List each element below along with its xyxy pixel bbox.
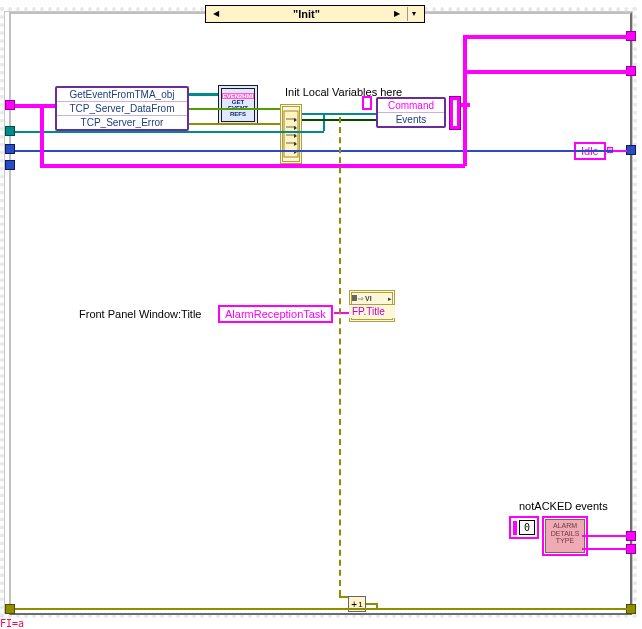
command-ref-terminal[interactable] <box>362 96 372 110</box>
tunnel-right-3 <box>626 145 636 155</box>
while-loop-autoindex-label: FI=a <box>0 618 24 629</box>
property-fptitle[interactable]: FP.Title <box>349 305 395 318</box>
wire <box>339 117 341 596</box>
wire <box>15 608 627 610</box>
case-next-icon[interactable]: ▶ <box>391 7 403 21</box>
wire <box>189 93 218 96</box>
wire <box>339 596 348 598</box>
tunnel-right-1 <box>626 31 636 41</box>
bundle-by-name[interactable]: Command Events <box>376 97 446 128</box>
array-index-handle[interactable] <box>513 521 517 535</box>
wire <box>15 104 55 108</box>
wire <box>15 150 627 152</box>
case-dropdown-icon[interactable]: ▾ <box>407 7 420 21</box>
wire <box>189 123 280 125</box>
register-events-node[interactable] <box>280 104 302 164</box>
tunnel-left-3 <box>5 144 15 154</box>
fp-window-title-label: Front Panel Window:Title <box>79 308 201 320</box>
wire <box>302 113 376 115</box>
wire <box>15 131 324 133</box>
tunnel-left-2 <box>5 126 15 136</box>
subvi-get-event-refs[interactable]: EVEN2HMI GET EVENT REFS <box>218 85 258 125</box>
not-acked-indicator[interactable]: 0 <box>509 516 539 539</box>
wire <box>613 150 627 152</box>
tunnel-left-4 <box>5 160 15 170</box>
wire <box>463 35 627 39</box>
unbundle-by-name[interactable]: GetEventFromTMA_obj TCP_Server_DataFrom … <box>55 86 189 131</box>
case-value: "Init" <box>226 8 387 20</box>
prop-menu-icon[interactable]: ▸ <box>388 295 392 303</box>
wire <box>323 113 325 131</box>
tunnel-left-1 <box>5 100 15 110</box>
wire <box>40 106 44 166</box>
wire <box>189 108 280 110</box>
wire <box>366 603 376 605</box>
merge-signals-node[interactable] <box>449 96 461 130</box>
wire <box>334 312 349 314</box>
wire <box>463 70 627 74</box>
tunnel-left-5 <box>5 604 15 614</box>
case-selector[interactable]: ◀ "Init" ▶ ▾ <box>205 5 425 23</box>
vi-ref-icon: ⇨ VI <box>352 295 372 303</box>
wire <box>463 35 467 166</box>
wire <box>40 164 465 168</box>
tunnel-right-5 <box>626 544 636 554</box>
case-prev-icon[interactable]: ◀ <box>210 7 222 21</box>
not-acked-label: notACKED events <box>519 500 608 512</box>
bundle-row-events: Events <box>378 113 444 126</box>
tunnel-right-4 <box>626 531 636 541</box>
alarm-reception-task-constant[interactable]: AlarmReceptionTask <box>218 305 333 323</box>
wire <box>461 103 470 107</box>
unbundle-row-0: GetEventFromTMA_obj <box>57 88 187 102</box>
unbundle-row-2: TCP_Server_Error <box>57 116 187 129</box>
wire <box>582 548 627 550</box>
tunnel-right-2 <box>626 66 636 76</box>
property-node[interactable]: ⇨ VI ▸ FP.Title <box>349 290 395 322</box>
tunnel-right-6 <box>626 604 636 614</box>
wire <box>582 535 627 537</box>
bundle-row-command: Command <box>378 99 444 113</box>
wire <box>376 603 378 609</box>
not-acked-value: 0 <box>519 520 535 535</box>
unbundle-row-1: TCP_Server_DataFrom <box>57 102 187 116</box>
